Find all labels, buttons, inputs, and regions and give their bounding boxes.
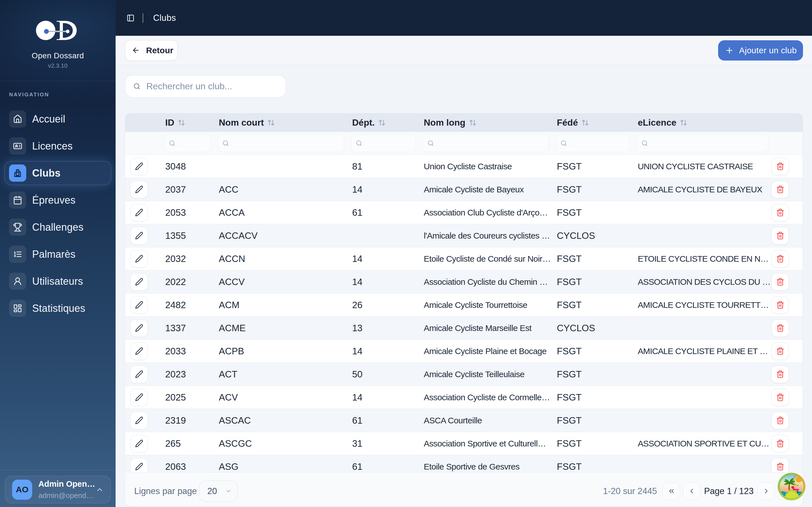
column-header-nomCourt[interactable]: Nom court — [212, 117, 345, 128]
pencil-icon — [135, 278, 143, 286]
sort-icon — [267, 119, 275, 126]
house-icon-tile — [9, 110, 26, 128]
edit-club-button[interactable] — [130, 227, 148, 244]
column-header-nomLong[interactable]: Nom long — [417, 117, 550, 128]
delete-club-button[interactable] — [771, 273, 789, 291]
user-texts: Admin Open… admin@opend… — [38, 480, 95, 500]
add-club-button-label: Ajouter un club — [739, 46, 797, 55]
edit-club-button[interactable] — [130, 181, 148, 198]
delete-club-button[interactable] — [771, 435, 789, 452]
delete-club-button[interactable] — [771, 320, 789, 337]
edit-club-button[interactable] — [130, 389, 148, 406]
delete-club-button[interactable] — [771, 227, 789, 244]
cell-dept: 61 — [345, 207, 417, 218]
search-icon — [427, 140, 434, 147]
filter-input-nomCourt[interactable] — [232, 139, 344, 148]
filter-input-elicence[interactable] — [651, 139, 768, 148]
cell-dept: 50 — [345, 369, 417, 380]
delete-club-button[interactable] — [771, 365, 789, 383]
table-row-2053: 2053ACCA61Association Club Cycliste d'Ar… — [125, 201, 803, 224]
cell-dept: 14 — [345, 253, 417, 264]
edit-club-button[interactable] — [130, 273, 148, 291]
filter-input-fede[interactable] — [570, 139, 629, 148]
table-row-265: 265ASCGC31Association Sportive et Cultur… — [125, 432, 803, 455]
delete-club-button[interactable] — [771, 412, 789, 429]
sidebar-item-utilisateurs[interactable]: Utilisateurs — [4, 269, 111, 293]
rows-per-page-select[interactable]: 20 — [199, 481, 238, 502]
filter-input-nomLong[interactable] — [437, 139, 549, 148]
cell-actions-right — [770, 458, 803, 472]
cell-nomLong: Amicale Cycliste de Bayeux — [417, 185, 550, 194]
search-icon — [133, 83, 140, 90]
trash-icon — [776, 185, 784, 193]
delete-club-button[interactable] — [771, 204, 789, 221]
cell-elicence: AMICALE CYCLISTE PLAINE ET … — [631, 346, 770, 356]
cell-dept: 61 — [345, 461, 417, 472]
column-header-elicence[interactable]: eLicence — [631, 117, 770, 128]
add-club-button[interactable]: Ajouter un club — [718, 40, 803, 61]
delete-club-button[interactable] — [771, 158, 789, 175]
cell-id: 2063 — [158, 461, 212, 472]
pencil-icon — [135, 301, 143, 309]
cell-actions-right — [770, 181, 803, 198]
filter-box-dept — [351, 134, 416, 152]
first-page-button[interactable] — [663, 483, 680, 500]
next-page-button[interactable] — [757, 483, 775, 500]
house-icon — [13, 114, 22, 124]
column-header-label: Dépt. — [352, 117, 375, 128]
sidebar-item-label: Challenges — [32, 221, 84, 233]
edit-club-button[interactable] — [130, 250, 148, 268]
table-row-2037: 2037ACC14Amicale Cycliste de BayeuxFSGTA… — [125, 178, 803, 201]
edit-club-button[interactable] — [130, 365, 148, 383]
edit-club-button[interactable] — [130, 435, 148, 452]
edit-club-button[interactable] — [130, 458, 148, 472]
pencil-icon — [135, 231, 143, 240]
trash-icon — [776, 231, 784, 240]
back-button[interactable]: Retour — [125, 40, 177, 61]
sidebar-item-challenges[interactable]: Challenges — [4, 215, 111, 239]
sidebar-item-statistiques[interactable]: Statistiques — [4, 296, 111, 320]
cell-actions-right — [770, 435, 803, 452]
delete-club-button[interactable] — [771, 296, 789, 314]
edit-club-button[interactable] — [130, 204, 148, 221]
cell-nomCourt: ASCAC — [212, 415, 345, 426]
filter-input-dept[interactable] — [366, 139, 416, 148]
cell-nomLong: Association Club Cycliste d'Arço… — [417, 208, 550, 217]
previous-page-button[interactable] — [683, 483, 700, 500]
column-header-fede[interactable]: Fédé — [550, 117, 631, 128]
sidebar-item-label: Accueil — [32, 113, 65, 125]
cell-actions-left — [125, 412, 158, 429]
delete-club-button[interactable] — [771, 342, 789, 360]
edit-club-button[interactable] — [130, 412, 148, 429]
sidebar-toggle-button[interactable] — [126, 14, 135, 22]
search-input[interactable] — [146, 81, 279, 92]
sidebar-item-epreuves[interactable]: Épreuves — [4, 188, 111, 212]
pencil-icon — [135, 347, 143, 355]
table-body: 304881Union Cycliste CastraiseFSGTUNION … — [125, 155, 803, 472]
sidebar-item-licences[interactable]: Licences — [4, 134, 111, 158]
delete-club-button[interactable] — [771, 389, 789, 406]
edit-club-button[interactable] — [130, 342, 148, 360]
cell-actions-right — [770, 320, 803, 337]
cell-fede: FSGT — [550, 461, 631, 472]
column-header-id[interactable]: ID — [158, 117, 212, 128]
delete-club-button[interactable] — [771, 458, 789, 472]
cell-fede: FSGT — [550, 184, 631, 195]
delete-club-button[interactable] — [771, 250, 789, 268]
delete-club-button[interactable] — [771, 181, 789, 198]
edit-club-button[interactable] — [130, 158, 148, 175]
cell-elicence: ETOILE CYCLISTE CONDE EN N… — [631, 254, 770, 264]
user-menu[interactable]: AO Admin Open… admin@opend… — [5, 476, 111, 503]
sidebar-item-clubs[interactable]: Clubs — [4, 161, 111, 185]
beach-island-widget[interactable] — [777, 473, 806, 501]
column-header-dept[interactable]: Dépt. — [345, 117, 417, 128]
cell-id: 2053 — [158, 207, 212, 218]
edit-club-button[interactable] — [130, 296, 148, 314]
sidebar-item-accueil[interactable]: Accueil — [4, 107, 111, 131]
edit-club-button[interactable] — [130, 320, 148, 337]
filter-input-id[interactable] — [179, 139, 211, 148]
sidebar-item-label: Clubs — [32, 167, 61, 179]
search-icon — [560, 140, 567, 147]
range-info: 1-20 sur 2445 — [603, 486, 657, 496]
sidebar-item-palmares[interactable]: Palmarès — [4, 242, 111, 266]
